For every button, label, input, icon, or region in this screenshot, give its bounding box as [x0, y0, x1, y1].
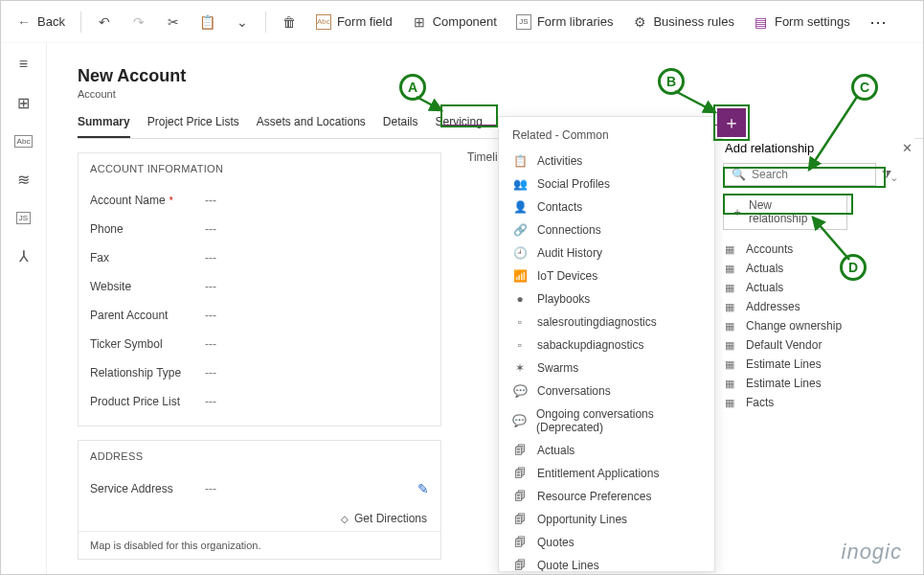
related-item[interactable]: 🗐Quotes: [499, 531, 714, 554]
js-icon: JS: [516, 14, 531, 30]
entity-icon: ▦: [725, 339, 738, 352]
field-value: ---: [205, 366, 216, 380]
paste-button[interactable]: 📋: [192, 11, 223, 34]
form-field-button[interactable]: Abc Form field: [308, 11, 400, 34]
form-field-row[interactable]: Parent Account---: [90, 301, 429, 330]
related-item[interactable]: 📶IoT Devices: [499, 264, 714, 288]
relationship-item-label: Accounts: [746, 242, 793, 256]
relationship-list-item[interactable]: ▦Estimate Lines: [723, 355, 914, 374]
related-item[interactable]: 👥Social Profiles: [499, 172, 714, 196]
tab-assets-locations[interactable]: Assets and Locations: [257, 115, 366, 138]
related-item[interactable]: ●Playbooks: [499, 288, 714, 310]
relationship-list-item[interactable]: ▦Default Vendor: [723, 335, 914, 355]
related-item[interactable]: 🕘Audit History: [499, 242, 714, 264]
related-item-icon: 🗐: [512, 513, 528, 526]
related-item[interactable]: 👤Contacts: [499, 196, 714, 218]
form-field-row[interactable]: Account Name*---: [90, 186, 429, 215]
business-rules-button[interactable]: ⚙ Business rules: [624, 11, 742, 34]
undo-button[interactable]: ↶: [89, 11, 120, 34]
nav-layers[interactable]: ≋: [14, 170, 34, 189]
related-dropdown: Related - Common 📋Activities👥Social Prof…: [498, 116, 715, 572]
related-item-label: Quote Lines: [537, 559, 599, 572]
nav-fields[interactable]: Abc: [14, 131, 34, 150]
form-field-row[interactable]: Product Price List---: [90, 387, 429, 416]
relationship-list-item[interactable]: ▦Actuals: [723, 278, 914, 297]
relationship-list-item[interactable]: ▦Addresses: [723, 297, 914, 316]
relationship-list-item[interactable]: ▦Actuals: [723, 259, 914, 278]
tab-details[interactable]: Details: [383, 115, 418, 138]
separator: [265, 12, 266, 33]
form-field-row[interactable]: Website---: [90, 272, 429, 301]
scissors-icon: ✂: [166, 14, 181, 30]
relationship-item-label: Default Vendor: [746, 338, 822, 352]
annotation-box-b: [713, 104, 750, 141]
related-item-icon: 🗐: [512, 467, 528, 480]
redo-icon: ↷: [131, 14, 146, 30]
nav-tree[interactable]: ⅄: [14, 246, 34, 265]
annotation-marker-c: C: [851, 74, 878, 101]
form-libraries-button[interactable]: JS Form libraries: [508, 11, 620, 34]
service-address-label: Service Address: [90, 482, 205, 495]
related-item[interactable]: 🗐Quote Lines: [499, 554, 714, 572]
redo-button[interactable]: ↷: [124, 11, 154, 34]
back-button[interactable]: ← Back: [9, 11, 73, 34]
relationship-list-item[interactable]: ▦Estimate Lines: [723, 374, 914, 393]
component-label: Component: [433, 14, 497, 29]
undo-icon: ↶: [97, 14, 112, 30]
close-icon[interactable]: ✕: [902, 141, 913, 155]
form-settings-label: Form settings: [775, 14, 850, 29]
related-item[interactable]: 🗐Entitlement Applications: [499, 462, 714, 485]
entity-icon: ▦: [725, 282, 738, 294]
related-item[interactable]: ▫salesroutingdiagnostics: [499, 310, 714, 334]
edit-address-icon[interactable]: ✎: [417, 481, 429, 496]
annotation-box-d: [723, 194, 853, 215]
tab-summary[interactable]: Summary: [78, 115, 130, 138]
get-directions-link[interactable]: Get Directions: [79, 506, 440, 531]
form-field-row[interactable]: Fax---: [90, 243, 429, 272]
related-item[interactable]: 🗐Actuals: [499, 439, 714, 462]
field-label: Phone: [90, 222, 205, 236]
component-button[interactable]: ⊞ Component: [404, 11, 505, 34]
related-item[interactable]: 🗐Resource Preferences: [499, 485, 714, 508]
related-item-label: Swarms: [537, 361, 578, 375]
field-label: Fax: [90, 251, 205, 264]
nav-js[interactable]: JS: [14, 208, 34, 227]
related-item-icon: 👤: [512, 200, 528, 214]
relationship-list-item[interactable]: ▦Accounts: [723, 240, 914, 259]
related-item-icon: 🔗: [512, 223, 528, 237]
relationship-list-item[interactable]: ▦Facts: [723, 393, 914, 412]
related-item-icon: ●: [512, 292, 528, 306]
related-item-label: Contacts: [537, 200, 582, 214]
field-label: Ticker Symbol: [90, 337, 205, 351]
related-item-label: Resource Preferences: [537, 490, 651, 503]
related-item[interactable]: 💬Conversations: [499, 380, 714, 402]
related-item[interactable]: ▫sabackupdiagnostics: [499, 334, 714, 356]
related-item-label: Ongoing conversations (Deprecated): [536, 407, 701, 434]
related-item-icon: 🗐: [512, 536, 528, 549]
related-item[interactable]: 📋Activities: [499, 150, 714, 172]
cut-button[interactable]: ✂: [158, 11, 189, 34]
related-item-label: salesroutingdiagnostics: [537, 315, 657, 329]
form-field-row[interactable]: Relationship Type---: [90, 358, 429, 387]
related-item[interactable]: 💬Ongoing conversations (Deprecated): [499, 402, 714, 439]
delete-button[interactable]: 🗑: [274, 11, 304, 34]
related-item[interactable]: ✶Swarms: [499, 356, 714, 380]
nav-hamburger[interactable]: ≡: [14, 55, 34, 74]
separator: [80, 12, 81, 33]
left-nav: ≡ ⊞ Abc ≋ JS ⅄: [1, 43, 47, 574]
top-toolbar: ← Back ↶ ↷ ✂ 📋 ⌄ 🗑 Abc Form field ⊞ Comp…: [1, 1, 923, 43]
relationship-list-item[interactable]: ▦Change ownership: [723, 316, 914, 335]
form-field-row[interactable]: Phone---: [90, 215, 429, 243]
service-address-value: ---: [205, 482, 417, 495]
entity-icon: ▦: [725, 263, 738, 275]
nav-components[interactable]: ⊞: [14, 93, 34, 112]
paste-dropdown[interactable]: ⌄: [227, 11, 258, 34]
entity-icon: ▦: [725, 358, 738, 371]
form-field-row[interactable]: Ticker Symbol---: [90, 330, 429, 358]
tab-project-price-lists[interactable]: Project Price Lists: [147, 115, 239, 138]
related-item[interactable]: 🗐Opportunity Lines: [499, 508, 714, 531]
related-item[interactable]: 🔗Connections: [499, 218, 714, 242]
overflow-menu[interactable]: ⋯: [862, 12, 894, 33]
form-settings-button[interactable]: ▤ Form settings: [746, 11, 858, 34]
entity-icon: ▦: [725, 243, 738, 256]
